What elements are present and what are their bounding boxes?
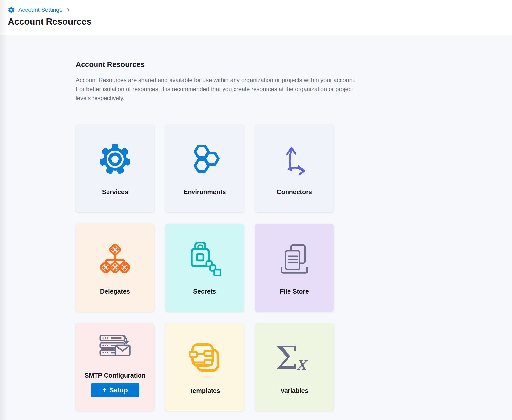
card-label: File Store: [280, 288, 309, 295]
breadcrumb-label[interactable]: Account Settings: [18, 7, 62, 13]
setup-button[interactable]: + Setup: [91, 383, 139, 397]
page-title: Account Resources: [8, 17, 512, 27]
description-line: Account Resources are shared and availab…: [76, 75, 432, 84]
card-label: Delegates: [100, 288, 130, 295]
plus-icon: +: [102, 387, 106, 393]
card-delegates[interactable]: Delegates: [76, 224, 154, 312]
page-header: Account Settings Account Resources: [0, 0, 512, 35]
breadcrumb-account-settings-link[interactable]: Account Settings: [7, 6, 62, 14]
card-label: Secrets: [193, 288, 216, 295]
gear-icon: [99, 141, 131, 178]
card-services[interactable]: Services: [76, 125, 154, 212]
card-label: Connectors: [277, 188, 312, 196]
card-label: SMTP Configuration: [85, 372, 145, 379]
svg-text:Σ: Σ: [275, 341, 298, 375]
card-label: Services: [102, 188, 128, 196]
mail-server-icon: [98, 334, 132, 364]
card-label: Templates: [189, 387, 220, 395]
lock-chain-icon: [189, 240, 221, 277]
setup-button-label: Setup: [109, 387, 128, 394]
main-content: Account Resources Account Resources are …: [0, 35, 512, 411]
section-description: Account Resources are shared and availab…: [76, 75, 432, 103]
card-variables[interactable]: Σ x Variables: [255, 323, 334, 411]
card-smtp-configuration[interactable]: SMTP Configuration + Setup: [76, 323, 154, 411]
card-secrets[interactable]: Secrets: [165, 224, 244, 312]
resource-card-grid: Services Environments: [76, 125, 512, 411]
card-templates[interactable]: Templates: [165, 323, 244, 411]
sigma-x-icon: Σ x: [274, 340, 315, 376]
arrows-icon: [279, 141, 309, 178]
stacked-templates-icon: [189, 340, 221, 376]
card-connectors[interactable]: Connectors: [255, 125, 334, 212]
card-label: Environments: [183, 188, 226, 196]
svg-text:x: x: [296, 353, 308, 374]
breadcrumb: Account Settings: [7, 5, 512, 14]
card-file-store[interactable]: File Store: [255, 224, 334, 312]
gear-icon: [7, 6, 15, 14]
description-line: For better isolation of resources, it is…: [76, 84, 432, 94]
chevron-right-icon: [66, 7, 71, 12]
documents-tray-icon: [278, 240, 310, 277]
section-heading: Account Resources: [76, 60, 512, 69]
hexagons-icon: [190, 141, 220, 178]
card-label: Variables: [280, 387, 308, 395]
card-environments[interactable]: Environments: [165, 125, 244, 212]
description-line: levels respectively.: [76, 94, 432, 103]
delegates-tree-icon: [99, 240, 131, 277]
